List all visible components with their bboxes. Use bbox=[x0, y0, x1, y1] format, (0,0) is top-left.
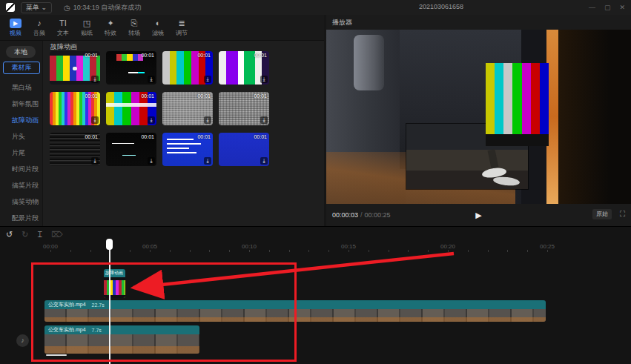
sidebar-item-newyear[interactable]: 新年氛围 bbox=[0, 96, 43, 112]
sidebar-item-scenery[interactable]: 配景片段 bbox=[0, 210, 43, 226]
material-thumbnail[interactable]: 00:01⤓ bbox=[219, 51, 269, 85]
download-icon[interactable]: ⤓ bbox=[260, 116, 268, 124]
ruler-label: 00:25 bbox=[540, 243, 555, 250]
project-title: 202103061658 bbox=[419, 3, 463, 10]
material-thumbnail[interactable]: 00:01⤓ bbox=[162, 92, 213, 125]
clip-duration: 00:01 bbox=[197, 134, 211, 139]
ruler-label: 00:15 bbox=[341, 243, 356, 250]
toolbar-tab-filter[interactable]: ◐ 滤镜 bbox=[151, 18, 165, 37]
clip-duration: 00:01 bbox=[85, 53, 98, 58]
material-thumbnail[interactable]: 00:01⤓ bbox=[50, 51, 100, 85]
scroll-indicator[interactable] bbox=[46, 354, 67, 356]
clip-duration: 00:01 bbox=[254, 93, 267, 99]
scene-cylinder bbox=[354, 35, 384, 90]
close-icon[interactable]: ✕ bbox=[619, 4, 625, 11]
media-toolbar: ▶ 视频 ♪ 音频 TI 文本 ◳ 贴纸 ✦ 特效 ⎘ 转场 ◐ 滤镜 ≣ 调节 bbox=[0, 15, 324, 41]
toolbar-tab-effects[interactable]: ✦ 特效 bbox=[104, 18, 117, 37]
sidebar-item-local[interactable]: 本地 bbox=[6, 46, 36, 58]
material-thumbnail[interactable]: 00:01⤓ bbox=[162, 133, 213, 166]
player-controls: 00:00:03 / 00:00:25 ▶ 原始 ⛶ bbox=[326, 204, 631, 226]
clip-duration: 00:01 bbox=[254, 53, 267, 58]
sidebar-item-outro[interactable]: 片尾 bbox=[0, 145, 43, 161]
clip-duration: 00:01 bbox=[254, 134, 267, 139]
app-window: 菜单 ⌄ ◷ 10:34:19 自动保存成功 202103061658 — ▢ … bbox=[0, 0, 631, 364]
material-thumbnail[interactable]: 00:01⤓ bbox=[106, 133, 156, 166]
clip-name: 公交车实拍.mp4 bbox=[48, 326, 86, 334]
material-thumbnail[interactable]: 00:01⤓ bbox=[50, 133, 100, 166]
clip-thumbnail bbox=[104, 277, 125, 298]
clip-filmstrip bbox=[44, 334, 199, 354]
delete-icon[interactable]: ⌦ bbox=[51, 230, 63, 239]
timeline-clip-secondary[interactable]: 公交车实拍.mp4 7.7s bbox=[44, 325, 199, 354]
material-thumbnail[interactable]: 00:01⤓ bbox=[106, 92, 156, 125]
download-icon[interactable]: ⤓ bbox=[91, 157, 99, 165]
sidebar-item-time[interactable]: 时间片段 bbox=[0, 161, 43, 177]
sidebar-item-glitch[interactable]: 故障动画 bbox=[0, 112, 43, 128]
toolbar-tab-transition[interactable]: ⎘ 转场 bbox=[128, 18, 141, 37]
playhead[interactable] bbox=[109, 239, 110, 364]
maximize-icon[interactable]: ▢ bbox=[604, 4, 611, 11]
split-icon[interactable]: ⌶ bbox=[37, 230, 42, 239]
playhead-handle[interactable] bbox=[106, 239, 113, 250]
toolbar-label: 特效 bbox=[105, 29, 116, 37]
ruler-label: 00:20 bbox=[440, 243, 455, 250]
undo-icon[interactable]: ↺ bbox=[6, 230, 13, 239]
menu-dropdown[interactable]: 菜单 ⌄ bbox=[21, 2, 52, 13]
toolbar-tab-audio[interactable]: ♪ 音频 bbox=[33, 18, 46, 37]
toolbar-label: 转场 bbox=[128, 29, 140, 37]
clip-duration: 00:01 bbox=[197, 53, 211, 58]
clip-name: 公交车实拍.mp4 bbox=[48, 301, 86, 308]
material-thumbnail[interactable]: 00:01⤓ bbox=[219, 92, 269, 125]
time-separator: / bbox=[360, 211, 363, 219]
transition-icon: ⎘ bbox=[131, 18, 138, 28]
adjust-icon: ≣ bbox=[178, 18, 185, 28]
app-logo-icon bbox=[6, 3, 15, 12]
download-icon[interactable]: ⤓ bbox=[260, 76, 268, 83]
minimize-icon[interactable]: — bbox=[589, 4, 595, 11]
material-panel: 故障动画 00:01⤓ 00:01⤓ 00:01⤓ 00:01⤓ 00:01⤓ … bbox=[43, 41, 324, 226]
sidebar-item-blackwhite[interactable]: 黑白场 bbox=[0, 79, 43, 96]
download-icon[interactable]: ⤓ bbox=[148, 116, 155, 124]
scene-leg bbox=[487, 149, 498, 168]
clip-duration: 00:01 bbox=[141, 53, 154, 58]
toolbar-tab-text[interactable]: TI 文本 bbox=[56, 18, 70, 37]
download-icon[interactable]: ⤓ bbox=[260, 157, 268, 165]
toolbar-label: 贴纸 bbox=[81, 29, 93, 37]
audio-icon: ♪ bbox=[37, 18, 42, 28]
sidebar-item-library[interactable]: 素材库 bbox=[3, 62, 40, 74]
download-icon[interactable]: ⤓ bbox=[204, 157, 211, 165]
sidebar-item-intro[interactable]: 片头 bbox=[0, 128, 43, 145]
download-icon[interactable]: ⤓ bbox=[148, 76, 155, 83]
play-button[interactable]: ▶ bbox=[475, 204, 481, 226]
titlebar: 菜单 ⌄ ◷ 10:34:19 自动保存成功 202103061658 — ▢ … bbox=[0, 0, 631, 15]
mute-track-button[interactable]: ♪ bbox=[16, 334, 29, 347]
total-duration: 00:00:25 bbox=[365, 211, 391, 219]
clip-duration: 00:01 bbox=[141, 93, 154, 99]
sidebar-item-animals[interactable]: 搞笑动物 bbox=[0, 193, 43, 210]
toolbar-tab-sticker[interactable]: ◳ 贴纸 bbox=[80, 18, 93, 37]
download-icon[interactable]: ⤓ bbox=[91, 116, 99, 124]
redo-icon[interactable]: ↻ bbox=[22, 230, 28, 239]
download-icon[interactable]: ⤓ bbox=[148, 157, 155, 165]
toolbar-tab-adjust[interactable]: ≣ 调节 bbox=[175, 18, 188, 37]
toolbar-tab-video[interactable]: ▶ 视频 bbox=[9, 19, 22, 37]
sidebar-item-funny[interactable]: 搞笑片段 bbox=[0, 177, 43, 193]
quality-button[interactable]: 原始 bbox=[592, 209, 612, 219]
ruler-label: 00:10 bbox=[242, 243, 257, 250]
timeline-ruler[interactable]: 00:00 00:05 00:10 00:15 00:20 00:25 bbox=[0, 242, 631, 252]
material-thumbnail[interactable]: 00:01⤓ bbox=[219, 133, 269, 166]
toolbar-label: 视频 bbox=[10, 29, 22, 37]
fullscreen-icon[interactable]: ⛶ bbox=[620, 210, 625, 219]
download-icon[interactable]: ⤓ bbox=[91, 76, 99, 83]
current-time: 00:00:03 bbox=[332, 211, 358, 219]
clip-duration: 22.7s bbox=[92, 302, 105, 308]
timeline-clip-glitch[interactable]: 故障动画 bbox=[104, 269, 125, 298]
download-icon[interactable]: ⤓ bbox=[204, 76, 211, 83]
material-grid: 00:01⤓ 00:01⤓ 00:01⤓ 00:01⤓ 00:01⤓ 00:01… bbox=[50, 51, 269, 166]
download-icon[interactable]: ⤓ bbox=[204, 116, 211, 124]
material-thumbnail[interactable]: 00:01⤓ bbox=[106, 51, 156, 85]
material-thumbnail[interactable]: 00:01⤓ bbox=[162, 51, 213, 85]
autosave-status: ◷ 10:34:19 自动保存成功 bbox=[64, 3, 141, 13]
timeline-clip-main[interactable]: 公交车实拍.mp4 22.7s bbox=[44, 300, 546, 322]
material-thumbnail[interactable]: 00:01⤓ bbox=[50, 92, 100, 125]
